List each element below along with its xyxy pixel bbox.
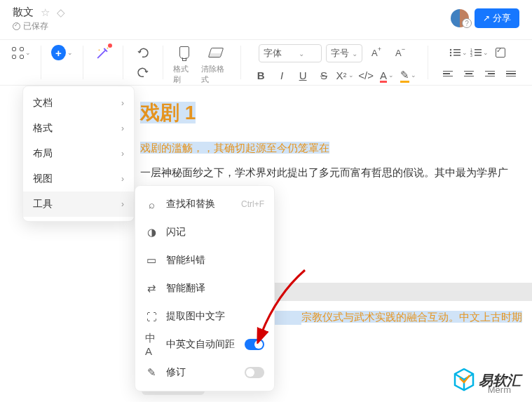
- flash-icon: ◑: [145, 226, 158, 239]
- italic-button[interactable]: I: [272, 67, 292, 83]
- font-color-button[interactable]: A⌄: [377, 67, 397, 83]
- shortcut-label: Ctrl+F: [241, 199, 264, 209]
- format-brush-label: 格式刷: [173, 64, 196, 85]
- format-brush-button[interactable]: [175, 44, 194, 61]
- dd-label: 文档: [33, 97, 53, 109]
- font-size-label: 字号: [331, 47, 349, 60]
- code-button[interactable]: </>: [356, 67, 376, 83]
- bullet-list-button[interactable]: ⌄: [449, 44, 468, 61]
- saved-label: 已保存: [23, 20, 48, 32]
- submenu-flash[interactable]: ◑ 闪记: [135, 218, 274, 246]
- redo-button[interactable]: [133, 64, 153, 81]
- sm-label: 查找和替换: [166, 198, 215, 210]
- brush-icon: [179, 46, 189, 59]
- align-justify-icon: [506, 71, 516, 77]
- blocks-button[interactable]: ⌄: [11, 44, 31, 61]
- watermark-text: 易软汇: [479, 371, 521, 390]
- spacing-icon: 中A: [145, 338, 158, 351]
- svg-rect-11: [475, 52, 482, 53]
- submenu-translate[interactable]: ⇄ 智能翻译: [135, 274, 274, 302]
- dropdown-item-view[interactable]: 视图›: [23, 166, 134, 192]
- star-icon[interactable]: ☆: [41, 6, 50, 19]
- translate-icon: ⇄: [145, 282, 158, 295]
- align-justify-button[interactable]: [501, 65, 521, 82]
- paragraph-2[interactable]: 一层神秘面纱之下，学术界对此提出了多元而富有哲思的假说。其中最为学界广: [140, 161, 532, 185]
- sm-label: 修订: [166, 366, 186, 379]
- clear-format-group: 清除格式: [201, 44, 231, 85]
- decrease-size-button[interactable]: A−: [390, 44, 410, 61]
- svg-point-6: [450, 55, 451, 56]
- correct-icon: ▭: [145, 254, 158, 267]
- format-brush-group: 格式刷: [173, 44, 196, 85]
- separator: [41, 46, 41, 79]
- sm-label: 智能纠错: [166, 254, 205, 267]
- separator: [428, 46, 428, 79]
- chevron-down-icon: ⌄: [67, 49, 73, 56]
- ai-button[interactable]: [93, 44, 113, 61]
- svg-rect-13: [475, 55, 482, 56]
- submenu-correct[interactable]: ▭ 智能纠错: [135, 246, 274, 274]
- share-button[interactable]: ↗ 分享: [475, 8, 519, 28]
- svg-rect-7: [453, 55, 461, 56]
- sm-label: 闪记: [166, 226, 186, 239]
- undo-button[interactable]: [133, 44, 153, 61]
- underline-button[interactable]: U: [293, 67, 313, 83]
- svg-rect-3: [453, 49, 461, 51]
- revise-icon: ✎: [145, 366, 158, 379]
- font-size-select[interactable]: 字号⌄: [326, 44, 362, 62]
- clear-format-button[interactable]: [206, 44, 226, 61]
- chevron-right-icon: ›: [121, 149, 124, 159]
- strike-button[interactable]: S: [314, 67, 334, 83]
- submenu-revise[interactable]: ✎ 修订: [135, 359, 274, 387]
- submenu-find-replace[interactable]: ⌕ 查找和替换 Ctrl+F: [135, 190, 274, 218]
- tools-submenu: ⌕ 查找和替换 Ctrl+F ◑ 闪记 ▭ 智能纠错 ⇄ 智能翻译 ⛶ 提取图中…: [135, 185, 275, 391]
- list-group: ⌄ 123⌄: [438, 44, 521, 82]
- align-right-icon: [485, 71, 495, 77]
- bold-button[interactable]: B: [251, 67, 271, 83]
- doc-title[interactable]: 散文: [13, 6, 34, 19]
- highlighted-text: 戏剧的滥觞，，其确切起源至今仍笼罩在: [140, 142, 329, 154]
- help-icon[interactable]: ?: [462, 18, 472, 28]
- align-left-button[interactable]: [438, 65, 458, 82]
- checklist-button[interactable]: [491, 44, 510, 61]
- dropdown-item-format[interactable]: 格式›: [23, 116, 134, 141]
- logo-icon: [453, 368, 475, 392]
- chevron-right-icon: ›: [121, 199, 124, 209]
- dd-label: 工具: [33, 198, 53, 210]
- check-icon: [496, 48, 505, 58]
- svg-point-2: [450, 49, 451, 51]
- cloud-check-icon: [13, 22, 20, 30]
- titlebar: 散文 ☆ ◇ 已保存 ↗ 分享 ?: [0, 0, 532, 39]
- toolbar: ⌄ + ⌄ 格式刷 清除格式 字: [0, 39, 532, 86]
- magic-icon: [95, 45, 111, 60]
- dropdown-item-doc[interactable]: 文档›: [23, 91, 134, 116]
- dropdown-item-layout[interactable]: 布局›: [23, 141, 134, 166]
- svg-rect-5: [453, 52, 461, 53]
- dropdown-item-tools[interactable]: 工具›: [23, 192, 134, 217]
- toggle-auto-space[interactable]: [245, 339, 264, 350]
- submenu-extract[interactable]: ⛶ 提取图中文字: [135, 302, 274, 330]
- add-button[interactable]: + ⌄: [51, 44, 73, 61]
- dd-label: 视图: [33, 173, 53, 185]
- submenu-auto-space[interactable]: 中A 中英文自动间距: [135, 330, 274, 359]
- eraser-icon: [208, 48, 224, 58]
- paragraph-1[interactable]: 戏剧的滥觞，，其确切起源至今仍笼罩在: [140, 136, 532, 161]
- increase-size-button[interactable]: A+: [367, 44, 386, 61]
- superscript-button[interactable]: X2⌄: [335, 67, 355, 83]
- toggle-revise[interactable]: [245, 367, 264, 378]
- bell-icon[interactable]: ◇: [57, 6, 65, 19]
- chevron-right-icon: ›: [121, 174, 124, 184]
- align-center-button[interactable]: [459, 65, 479, 82]
- title-left: 散文 ☆ ◇ 已保存: [13, 6, 65, 32]
- watermark: 易软汇: [453, 368, 521, 392]
- heading-1[interactable]: 戏剧 1: [140, 97, 532, 129]
- separator: [163, 46, 163, 79]
- ordered-list-button[interactable]: 123⌄: [470, 44, 489, 61]
- align-right-button[interactable]: [480, 65, 500, 82]
- highlight-button[interactable]: ✎⌄: [398, 67, 418, 83]
- chevron-right-icon: ›: [121, 98, 124, 108]
- saved-status: 已保存: [13, 20, 65, 32]
- plus-circle-icon: +: [51, 45, 66, 60]
- heading-text: 戏剧 1: [140, 102, 196, 123]
- font-family-select[interactable]: 字体⌄: [259, 44, 322, 62]
